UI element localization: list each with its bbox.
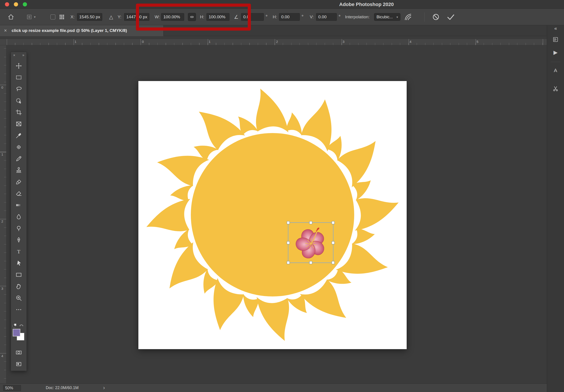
ruler-label: 4 xyxy=(1,354,3,358)
character-panel-button[interactable]: A xyxy=(550,66,560,75)
quick-mask-button[interactable] xyxy=(11,347,27,358)
type-tool[interactable]: T xyxy=(11,246,27,257)
panel-expand-icon[interactable]: » xyxy=(22,53,24,57)
move-icon xyxy=(15,62,22,69)
height-label: H: xyxy=(200,9,204,25)
quick-mask-icon xyxy=(15,349,22,356)
rectangle-tool[interactable] xyxy=(11,269,27,280)
horizontal-ruler[interactable]: 1 0 1 2 3 4 5 xyxy=(6,39,547,45)
cancel-icon xyxy=(432,13,440,21)
healing-brush-icon xyxy=(15,144,22,151)
y-label: Y: xyxy=(118,9,121,25)
crop-tool[interactable] xyxy=(11,107,27,118)
transform-handle-nw[interactable] xyxy=(287,221,290,224)
zoom-tool[interactable] xyxy=(11,292,27,304)
foreground-color-swatch[interactable] xyxy=(13,329,20,336)
frame-tool[interactable] xyxy=(11,118,27,130)
vertical-ruler[interactable]: 0 1 2 3 4 xyxy=(0,45,6,383)
rectangular-marquee-tool[interactable] xyxy=(11,72,27,83)
type-icon: T xyxy=(15,248,22,255)
eyedropper-tool[interactable] xyxy=(11,130,27,141)
cancel-transform-button[interactable] xyxy=(432,9,440,25)
commit-transform-button[interactable] xyxy=(446,9,455,25)
screen-mode-icon xyxy=(15,361,22,367)
zoom-level-field[interactable]: 50% xyxy=(3,385,21,391)
path-selection-tool[interactable] xyxy=(11,257,27,269)
brush-tool[interactable] xyxy=(11,153,27,165)
transform-handle-s[interactable] xyxy=(309,261,312,264)
window-title: Adobe Photoshop 2020 xyxy=(339,1,394,7)
actions-panel-button[interactable]: ▶ xyxy=(550,48,560,57)
transform-handle-n[interactable] xyxy=(309,221,312,224)
edit-toolbar-button[interactable] xyxy=(11,304,27,315)
rectangle-icon xyxy=(15,271,22,278)
document-tab[interactable]: × click up resize example file.psd @ 50%… xyxy=(0,25,164,36)
minimize-window-button[interactable] xyxy=(14,2,18,6)
transform-handle-se[interactable] xyxy=(332,261,335,264)
dodge-tool[interactable] xyxy=(11,223,27,234)
rotation-angle-icon: ∠ xyxy=(234,9,239,25)
interpolation-label: Interpolation: xyxy=(345,9,370,25)
tab-close-icon[interactable]: × xyxy=(4,25,7,36)
gradient-tool[interactable] xyxy=(11,199,27,211)
angle-degree-symbol: ° xyxy=(266,9,268,25)
ruler-label: 0 xyxy=(142,40,144,43)
default-colors-icon[interactable] xyxy=(13,323,17,327)
ruler-origin-corner[interactable] xyxy=(0,39,6,45)
transform-bounding-box[interactable] xyxy=(288,222,333,263)
warp-icon xyxy=(404,13,412,21)
tools-panel: × » T xyxy=(11,52,27,371)
rotation-angle-field[interactable]: 0.0 xyxy=(241,13,264,21)
hand-icon xyxy=(15,283,22,290)
panel-close-icon[interactable]: × xyxy=(13,53,15,57)
transform-handle-e[interactable] xyxy=(332,241,335,244)
width-label: W: xyxy=(155,9,160,25)
height-field[interactable]: 100.00% xyxy=(206,13,229,21)
eraser-tool[interactable] xyxy=(11,188,27,199)
character-panel-icon: A xyxy=(552,67,559,74)
warp-mode-button[interactable] xyxy=(404,9,412,25)
panel-dock: « ▶ A xyxy=(547,25,564,392)
object-selection-tool[interactable] xyxy=(11,95,27,107)
transform-handle-w[interactable] xyxy=(287,241,290,244)
properties-panel-button[interactable] xyxy=(550,35,560,44)
blur-tool[interactable] xyxy=(11,211,27,223)
transform-reference-widget[interactable]: ▾ xyxy=(26,9,36,25)
transform-handle-sw[interactable] xyxy=(287,261,290,264)
collapse-panels-icon[interactable]: « xyxy=(547,26,564,31)
clone-stamp-tool[interactable] xyxy=(11,165,27,176)
ruler-label: 2 xyxy=(276,40,278,43)
lasso-icon xyxy=(15,86,22,92)
hand-tool[interactable] xyxy=(11,280,27,292)
pen-tool[interactable] xyxy=(11,234,27,246)
y-position-field[interactable]: 1447.50 px xyxy=(124,13,149,21)
ellipsis-icon xyxy=(15,306,22,313)
home-button[interactable] xyxy=(8,9,14,25)
h-skew-field[interactable]: 0.00 xyxy=(279,13,300,21)
svg-text:A: A xyxy=(554,68,557,73)
transform-handle-ne[interactable] xyxy=(332,221,335,224)
ruler-label: 0 xyxy=(1,85,3,89)
swap-colors-icon[interactable] xyxy=(19,323,24,327)
spot-healing-brush-tool[interactable] xyxy=(11,141,27,153)
v-skew-field[interactable]: 0.00 xyxy=(316,13,337,21)
ruler-label: 5 xyxy=(477,40,478,43)
reference-point-locator[interactable] xyxy=(59,14,65,20)
history-brush-tool[interactable] xyxy=(11,176,27,188)
options-bar: ▾ X: 1545.50 px △ Y: 1447.50 px W: 100.0… xyxy=(0,9,564,25)
lasso-tool[interactable] xyxy=(11,83,27,95)
pencil-icon xyxy=(15,155,22,162)
canvas[interactable] xyxy=(138,81,407,349)
move-tool[interactable] xyxy=(11,60,27,72)
delta-icon: △ xyxy=(109,9,113,25)
status-chevron-icon[interactable]: › xyxy=(103,384,105,392)
close-window-button[interactable] xyxy=(5,2,9,6)
glyphs-panel-button[interactable] xyxy=(550,84,560,94)
x-position-field[interactable]: 1545.50 px xyxy=(77,13,102,21)
screen-mode-button[interactable] xyxy=(11,358,27,370)
toggle-reference-point-checkbox[interactable] xyxy=(50,14,55,19)
width-field[interactable]: 100.00% xyxy=(161,13,184,21)
maintain-aspect-ratio-button[interactable] xyxy=(188,13,196,21)
interpolation-select[interactable]: Bicubic... ▾ xyxy=(374,13,400,21)
zoom-window-button[interactable] xyxy=(23,2,27,6)
